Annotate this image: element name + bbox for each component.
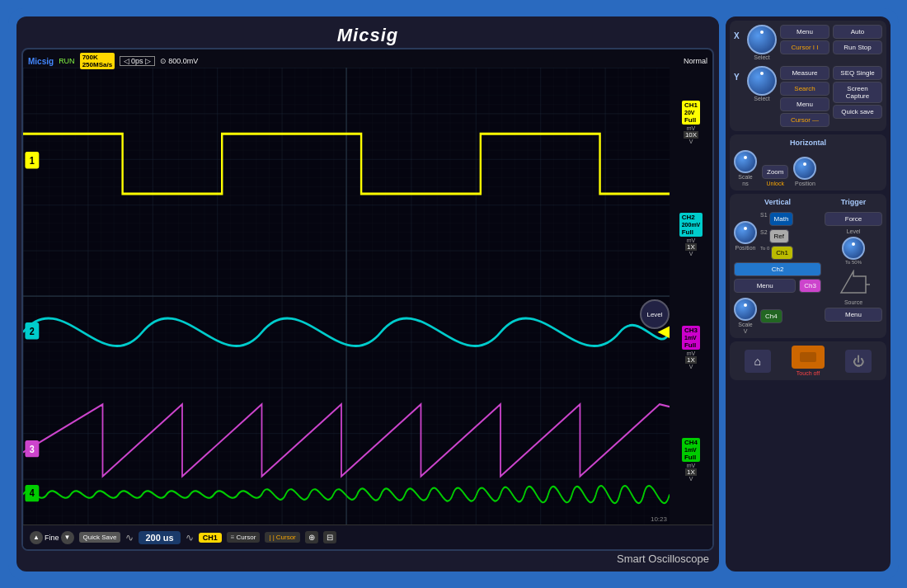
x-btns: Menu Cursor I I [780, 25, 829, 54]
ch4-v: V [689, 476, 693, 482]
auto-run-btns: Auto Run Stop [833, 25, 882, 54]
auto-btn[interactable]: Auto [833, 25, 882, 39]
expand-btn[interactable]: ⊕ [305, 531, 318, 543]
vert-row1: Position S1 Math S2 Ref [734, 212, 821, 260]
trig-level-knob[interactable] [842, 237, 865, 260]
ch3-label: CH31mVFull [682, 326, 700, 350]
orange-btn[interactable] [792, 346, 825, 369]
scale-knob[interactable] [734, 150, 757, 173]
quick-save-btn[interactable]: Quick Save [79, 532, 121, 543]
seq-single-btn[interactable]: SEQ Single [833, 66, 882, 80]
ch2-btn[interactable]: Ch2 [734, 262, 821, 276]
ch1-mv: mV [687, 125, 696, 131]
touch-off-label: Touch off [797, 370, 820, 376]
cursor2-btn[interactable]: | | Cursor [265, 532, 299, 543]
measure-btn[interactable]: Measure [780, 66, 829, 80]
y-btns: Measure Search Menu Cursor — [780, 66, 829, 127]
seq-capture-btns: SEQ Single Screen Capture Quick save [833, 66, 882, 119]
voltage-display: ⊙ 800.0mV [160, 57, 199, 65]
position-knob[interactable] [793, 157, 816, 180]
trig-level-knob-wrap: To 50% [842, 237, 865, 265]
vert-pos-knob-wrap: Position [734, 221, 757, 251]
vert-scale-row: Scale V Ch4 [734, 298, 821, 334]
zoom-col: Zoom Unlock [762, 165, 788, 186]
y-label: Y [734, 73, 744, 82]
force-btn[interactable]: Force [825, 212, 882, 226]
horizontal-row: Scale ns Zoom Unlock Position [734, 150, 882, 186]
wave-sym-right: ∿ [186, 532, 194, 543]
menu-btn[interactable]: Menu [780, 25, 829, 39]
ch1-bottom-indicator[interactable]: CH1 [199, 533, 222, 543]
screen-capture-btn[interactable]: Screen Capture [833, 82, 882, 103]
y-select-label: Select [754, 96, 769, 101]
wave-sym-left: ∿ [125, 532, 134, 543]
y-row: Y Select Measure Search Menu Cursor — SE… [734, 66, 882, 127]
level-indicator[interactable]: Level [640, 299, 670, 329]
file-btn[interactable]: ⊟ [323, 531, 336, 543]
ref-btn[interactable]: Ref [769, 229, 789, 243]
source-label: Source [825, 299, 882, 305]
math-btn[interactable]: Math [769, 212, 794, 226]
menu2-btn[interactable]: Menu [780, 97, 829, 111]
svg-text:4: 4 [30, 487, 35, 499]
brand-label: Micsig [28, 57, 54, 66]
cursor-line-btn[interactable]: Cursor — [780, 113, 829, 127]
ch1-mult: 10X [684, 131, 698, 139]
oscilloscope-display: Micsig RUN 700K 250MSa/s ◁ 0ps ▷ ⊙ 800.0… [21, 48, 714, 551]
x-label: X [734, 31, 744, 40]
trig-menu-btn[interactable]: Menu [825, 308, 882, 322]
y-knob-wrap: Select [747, 66, 777, 101]
power-btn[interactable]: ⏻ [845, 350, 872, 373]
svg-marker-14 [841, 271, 866, 293]
vert-scale-knob-wrap: Scale V [734, 298, 757, 334]
power-col: ⏻ [845, 350, 872, 373]
oscilloscope-frame: Micsig Micsig RUN 700K 250MSa/s ◁ 0ps ▷ … [8, 8, 899, 580]
control-panel: X Select Menu Cursor I I Auto Run Stop [726, 16, 891, 572]
ch2-block: CH2200mVFull mV 1X V [670, 213, 712, 256]
ch1-v: V [689, 139, 693, 144]
vert-scale-knob[interactable] [734, 298, 757, 321]
ch2-label: CH2200mVFull [679, 213, 703, 237]
home-btn[interactable]: ⌂ [745, 350, 771, 373]
search-btn[interactable]: Search [780, 82, 829, 96]
time-display[interactable]: 200 us [139, 531, 180, 544]
scale-label: Scale [738, 174, 753, 180]
zoom-btn[interactable]: Zoom [762, 165, 788, 179]
ch1-btn[interactable]: Ch1 [771, 246, 793, 260]
orange-col: Touch off [792, 346, 825, 376]
cursor1-btn[interactable]: ≡ Cursor [227, 532, 261, 543]
ch2-mult: 1X [685, 243, 697, 251]
run-stop-btn[interactable]: Run Stop [833, 40, 882, 54]
ch3-block: CH31mVFull mV 1X V [670, 326, 712, 369]
ch2-mv: mV [687, 238, 696, 243]
horizontal-section: Horizontal Scale ns Zoom Unlock Position [730, 134, 886, 191]
status-bar: Micsig RUN 700K 250MSa/s ◁ 0ps ▷ ⊙ 800.0… [28, 53, 707, 69]
s2-label: S2 [760, 229, 768, 243]
x-knob[interactable] [747, 25, 777, 54]
vert-pos-label: Position [735, 245, 756, 251]
y-knob[interactable] [747, 66, 777, 96]
vert-menu-btn[interactable]: Menu [734, 279, 796, 293]
quick-save-right-btn[interactable]: Quick save [833, 105, 882, 119]
to0-ch1-row: To 0 Ch1 [760, 246, 821, 260]
trigger-mode: Normal [684, 57, 707, 65]
vert-pos-knob[interactable] [734, 221, 757, 244]
scale-knob-wrap: Scale ns [734, 150, 757, 186]
fine-down-btn[interactable]: ▼ [61, 531, 74, 544]
freq-display: 700K 250MSa/s [80, 53, 115, 69]
s2-ref-row: S2 Ref [760, 229, 821, 243]
vertical-header: Vertical [734, 198, 821, 206]
unlock-label: Unlock [767, 181, 784, 186]
ch4-block: CH41mVFull mV 1X V [670, 438, 712, 482]
x-knob-wrap: Select [747, 25, 777, 60]
ch3-btn[interactable]: Ch3 [799, 279, 821, 293]
ch2-v: V [689, 251, 693, 256]
xy-section: X Select Menu Cursor I I Auto Run Stop [730, 21, 886, 131]
math-ref-col: S1 Math S2 Ref To 0 Ch1 [760, 212, 821, 260]
s1-label-row: S1 Math [760, 212, 821, 226]
ch1-label: CH120VFull [682, 101, 700, 125]
ch4-btn[interactable]: Ch4 [760, 309, 782, 323]
trigger-header: Trigger [825, 198, 882, 206]
fine-up-btn[interactable]: ▲ [30, 531, 43, 544]
cursor-i-btn[interactable]: Cursor I I [780, 40, 829, 54]
